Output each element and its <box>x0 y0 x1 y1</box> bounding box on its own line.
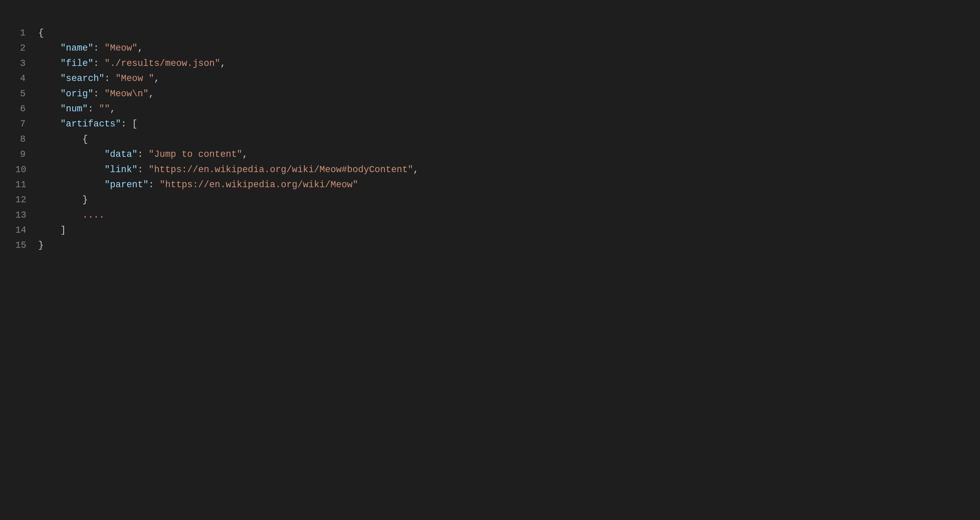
line-number: 12 <box>15 192 38 207</box>
line-number: 13 <box>15 207 38 223</box>
line-number: 7 <box>15 116 38 132</box>
ellipsis-icon: .... <box>83 210 104 220</box>
code-line: 11 "parent": "https://en.wikipedia.org/w… <box>15 177 965 192</box>
code-content: ] <box>38 223 66 238</box>
code-line: 1 { <box>15 26 965 41</box>
code-content: "num": "", <box>38 101 116 116</box>
code-line: 4 "search": "Meow ", <box>15 71 965 86</box>
code-content: "parent": "https://en.wikipedia.org/wiki… <box>38 177 358 192</box>
code-line: 6 "num": "", <box>15 101 965 116</box>
line-number: 10 <box>15 162 38 177</box>
code-content: } <box>38 238 44 253</box>
code-content: "name": "Meow", <box>38 41 143 56</box>
code-content: .... <box>38 207 104 223</box>
line-number: 1 <box>15 26 38 41</box>
line-number: 14 <box>15 223 38 238</box>
code-content: "search": "Meow ", <box>38 71 159 86</box>
line-number: 9 <box>15 147 38 162</box>
code-line: 10 "link": "https://en.wikipedia.org/wik… <box>15 162 965 177</box>
line-number: 8 <box>15 132 38 147</box>
code-content: "link": "https://en.wikipedia.org/wiki/M… <box>38 162 419 177</box>
code-line: 7 "artifacts": [ <box>15 116 965 132</box>
code-line: 5 "orig": "Meow\n", <box>15 86 965 101</box>
code-content: "artifacts": [ <box>38 116 138 132</box>
code-line: 15 } <box>15 238 965 253</box>
code-content: "file": "./results/meow.json", <box>38 56 226 71</box>
code-line: 13 .... <box>15 207 965 223</box>
line-number: 5 <box>15 86 38 101</box>
code-line: 12 } <box>15 192 965 207</box>
code-editor[interactable]: 1 { 2 "name": "Meow", 3 "file": "./resul… <box>0 0 980 520</box>
line-number: 15 <box>15 238 38 253</box>
code-content: { <box>38 26 44 41</box>
line-number: 4 <box>15 71 38 86</box>
line-number: 2 <box>15 41 38 56</box>
code-content: "orig": "Meow\n", <box>38 86 154 101</box>
line-number: 11 <box>15 177 38 192</box>
code-line: 14 ] <box>15 223 965 238</box>
code-line: 9 "data": "Jump to content", <box>15 147 965 162</box>
code-content: } <box>38 192 88 207</box>
line-number: 3 <box>15 56 38 71</box>
code-line: 8 { <box>15 132 965 147</box>
code-line: 3 "file": "./results/meow.json", <box>15 56 965 71</box>
code-content: "data": "Jump to content", <box>38 147 248 162</box>
line-number: 6 <box>15 101 38 116</box>
code-line: 2 "name": "Meow", <box>15 41 965 56</box>
code-content: { <box>38 132 88 147</box>
